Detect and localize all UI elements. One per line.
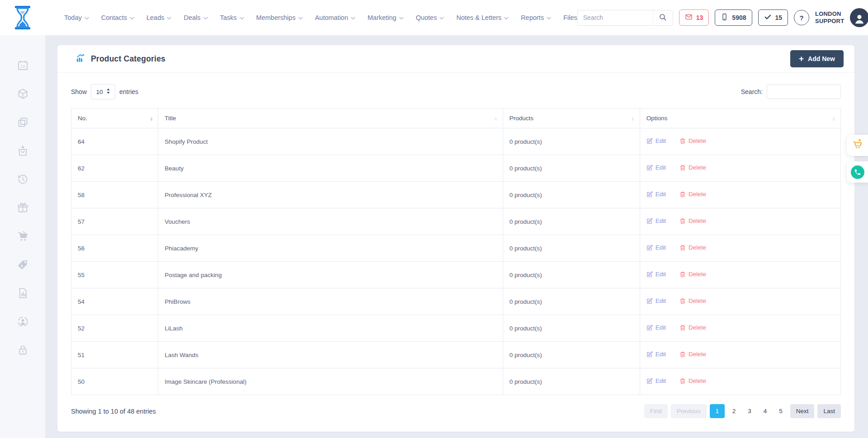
page-2[interactable]: 2 bbox=[728, 404, 741, 418]
sidebar-item-calendar[interactable]: 12 bbox=[14, 59, 32, 71]
delete-link[interactable]: Delete bbox=[679, 297, 706, 304]
menu-item-quotes[interactable]: Quotes bbox=[416, 14, 444, 21]
menu-item-notes-letters[interactable]: Notes & Letters bbox=[456, 14, 509, 21]
phone-float-button[interactable] bbox=[847, 161, 868, 183]
delete-link[interactable]: Delete bbox=[679, 164, 706, 171]
menu-item-contacts[interactable]: Contacts bbox=[101, 14, 134, 21]
security-icon bbox=[17, 344, 29, 356]
column-header-no[interactable]: No.↑↓ bbox=[71, 108, 158, 128]
cell-products: 0 product(s) bbox=[503, 182, 640, 208]
menu-item-tasks[interactable]: Tasks bbox=[220, 14, 244, 21]
chevron-down-icon bbox=[504, 17, 509, 20]
page-1[interactable]: 1 bbox=[710, 404, 725, 418]
history-icon bbox=[17, 173, 29, 185]
question-icon: ? bbox=[799, 14, 803, 22]
edit-link[interactable]: Edit bbox=[646, 297, 666, 304]
delete-link[interactable]: Delete bbox=[679, 191, 706, 198]
cart-icon bbox=[852, 139, 863, 152]
page-5[interactable]: 5 bbox=[774, 404, 787, 418]
edit-link[interactable]: Edit bbox=[646, 377, 666, 384]
menu-item-memberships[interactable]: Memberships bbox=[256, 14, 303, 21]
tasks-badge[interactable]: 15 bbox=[758, 9, 788, 26]
trash-icon bbox=[679, 218, 686, 224]
menu-item-automation[interactable]: Automation bbox=[315, 14, 355, 21]
sidebar-item-reports[interactable] bbox=[14, 287, 32, 299]
edit-link[interactable]: Edit bbox=[646, 351, 666, 358]
sort-arrows-icon: ↑↓ bbox=[631, 116, 633, 121]
edit-link[interactable]: Edit bbox=[646, 191, 666, 198]
page-last[interactable]: Last bbox=[817, 404, 841, 418]
support-icon bbox=[17, 316, 29, 328]
sidebar-item-security[interactable] bbox=[14, 344, 32, 356]
delete-link[interactable]: Delete bbox=[679, 244, 706, 251]
column-header-options[interactable]: Options↑↓ bbox=[640, 108, 840, 128]
menu-item-leads[interactable]: Leads bbox=[146, 14, 172, 21]
add-new-button[interactable]: + Add New bbox=[790, 50, 844, 67]
edit-icon bbox=[646, 165, 653, 171]
person-icon bbox=[853, 12, 866, 27]
sidebar-item-gifts[interactable] bbox=[14, 201, 32, 214]
delete-link[interactable]: Delete bbox=[679, 351, 706, 358]
cell-products: 0 product(s) bbox=[503, 342, 640, 368]
page-size-select[interactable]: 10 bbox=[91, 84, 115, 99]
delete-link[interactable]: Delete bbox=[679, 377, 706, 384]
chart-title-icon bbox=[75, 53, 85, 65]
sidebar-item-support[interactable] bbox=[14, 315, 32, 328]
search-input[interactable] bbox=[578, 14, 653, 21]
edit-link[interactable]: Edit bbox=[646, 244, 666, 251]
delete-link[interactable]: Delete bbox=[679, 137, 706, 144]
table-row: 56Phiacademy0 product(s)EditDelete bbox=[71, 235, 841, 262]
chevron-down-icon bbox=[298, 17, 303, 20]
phone-icon bbox=[851, 165, 864, 179]
column-header-title[interactable]: Title↑↓ bbox=[158, 108, 503, 128]
sidebar-item-products[interactable] bbox=[14, 87, 32, 100]
table-search-input[interactable] bbox=[767, 85, 841, 99]
edit-link[interactable]: Edit bbox=[646, 271, 666, 278]
menu-item-label: Files bbox=[563, 14, 577, 21]
page-4[interactable]: 4 bbox=[759, 404, 772, 418]
edit-link[interactable]: Edit bbox=[646, 324, 666, 331]
page-next[interactable]: Next bbox=[790, 404, 815, 418]
delete-link[interactable]: Delete bbox=[679, 271, 706, 278]
categories-table: No.↑↓Title↑↓Products↑↓Options↑↓ 64Shopif… bbox=[71, 108, 841, 395]
trash-icon bbox=[679, 138, 686, 144]
menu-item-reports[interactable]: Reports bbox=[521, 14, 551, 21]
svg-text:12: 12 bbox=[20, 64, 25, 69]
sidebar-item-cart[interactable] bbox=[14, 230, 32, 242]
menu-item-files[interactable]: Files bbox=[563, 14, 577, 21]
cell-title: Image Skincare (Professional) bbox=[158, 368, 503, 395]
calls-badge[interactable]: 5908 bbox=[715, 9, 752, 26]
search-button[interactable] bbox=[653, 10, 673, 25]
delete-link[interactable]: Delete bbox=[679, 324, 706, 331]
cell-no: 54 bbox=[71, 288, 158, 315]
column-header-products[interactable]: Products↑↓ bbox=[503, 108, 640, 128]
menu-item-deals[interactable]: Deals bbox=[184, 14, 208, 21]
sidebar-item-copy[interactable] bbox=[14, 116, 32, 128]
main-content: Product Categories + Add New Show 10 ent… bbox=[45, 35, 868, 438]
mail-icon bbox=[685, 13, 693, 22]
app-logo[interactable] bbox=[14, 6, 32, 29]
page-3[interactable]: 3 bbox=[743, 404, 756, 418]
chevron-down-icon bbox=[439, 17, 444, 20]
navbar-right: 13 5908 15 ? LONDON SUPPORT bbox=[577, 8, 868, 27]
sidebar-item-pricing[interactable]: $ bbox=[14, 258, 32, 271]
menu-item-marketing[interactable]: Marketing bbox=[368, 14, 404, 21]
cart-float-button[interactable] bbox=[847, 135, 868, 156]
cell-options: EditDelete bbox=[640, 342, 840, 368]
sidebar-item-history[interactable] bbox=[14, 173, 32, 185]
delete-link[interactable]: Delete bbox=[679, 217, 706, 224]
page-previous: Previous bbox=[671, 404, 707, 418]
table-row: 58Professional XYZ0 product(s)EditDelete bbox=[71, 182, 841, 208]
table-header-row: No.↑↓Title↑↓Products↑↓Options↑↓ bbox=[71, 108, 841, 128]
sidebar-item-orders[interactable] bbox=[14, 144, 32, 157]
cell-no: 64 bbox=[71, 128, 158, 155]
edit-link[interactable]: Edit bbox=[646, 217, 666, 224]
chevron-down-icon bbox=[547, 17, 551, 20]
menu-item-label: Marketing bbox=[368, 14, 396, 21]
avatar[interactable] bbox=[850, 8, 868, 27]
menu-item-today[interactable]: Today bbox=[64, 14, 89, 21]
help-button[interactable]: ? bbox=[794, 10, 809, 25]
edit-link[interactable]: Edit bbox=[646, 137, 666, 144]
edit-link[interactable]: Edit bbox=[646, 164, 666, 171]
mail-badge[interactable]: 13 bbox=[679, 9, 709, 26]
